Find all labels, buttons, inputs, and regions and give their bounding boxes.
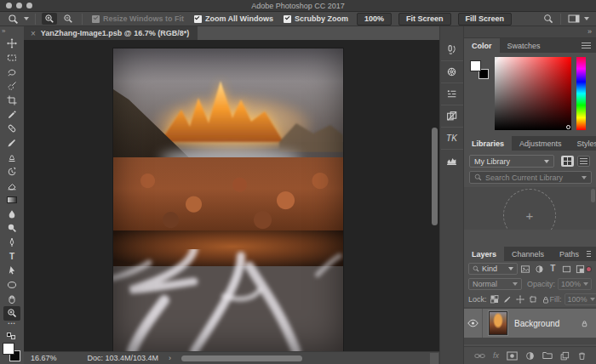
foreground-color-swatch[interactable]: [470, 60, 481, 71]
library-scrollbar-thumb[interactable]: [591, 189, 595, 202]
library-drop-target[interactable]: +: [503, 189, 556, 230]
new-group-button[interactable]: [542, 351, 553, 360]
horizontal-scrollbar[interactable]: [175, 352, 430, 364]
chevron-down-icon[interactable]: [24, 17, 29, 23]
lock-all-icon[interactable]: [542, 295, 550, 304]
status-options-chevron-icon[interactable]: ›: [165, 354, 175, 362]
tk-actions-panel-icon[interactable]: TK: [441, 127, 463, 149]
close-icon[interactable]: ×: [31, 29, 36, 38]
layer-name[interactable]: Background: [514, 319, 559, 328]
history-brush-tool[interactable]: [3, 164, 20, 179]
new-layer-button[interactable]: [560, 351, 570, 361]
vertical-scrollbar[interactable]: [432, 43, 438, 348]
quick-selection-tool[interactable]: [3, 79, 20, 94]
color-picker-marker[interactable]: [566, 125, 570, 129]
adjustments-panel-icon[interactable]: [441, 60, 463, 82]
saturation-brightness-field[interactable]: [495, 57, 571, 130]
grid-view-button[interactable]: [561, 156, 574, 167]
library-content-area[interactable]: +: [464, 187, 596, 230]
chevron-down-icon[interactable]: [582, 176, 587, 182]
pasteboard[interactable]: [24, 40, 439, 351]
clone-source-panel-icon[interactable]: [441, 105, 463, 127]
panel-menu-icon[interactable]: [582, 43, 591, 48]
collapse-toolbar-icon[interactable]: »: [0, 26, 5, 37]
lock-pixels-icon[interactable]: [503, 295, 512, 304]
layer-visibility-toggle[interactable]: [464, 309, 483, 338]
zoom-out-button[interactable]: [60, 13, 76, 25]
edit-toolbar-icon[interactable]: •••: [8, 321, 15, 331]
blend-mode-select[interactable]: Normal: [468, 278, 522, 290]
fit-screen-button[interactable]: Fit Screen: [398, 13, 451, 26]
filter-type-layers-icon[interactable]: T: [547, 263, 559, 275]
blur-tool[interactable]: [3, 207, 20, 221]
layer-row-background[interactable]: Background: [464, 309, 596, 338]
panel-menu-icon[interactable]: [587, 251, 591, 257]
eraser-tool[interactable]: [3, 179, 20, 193]
pen-tool[interactable]: [3, 236, 20, 250]
tab-adjustments[interactable]: Adjustments: [512, 136, 570, 151]
histogram-panel-icon[interactable]: [441, 149, 463, 171]
lock-artboard-icon[interactable]: [529, 295, 537, 304]
zoom-in-button[interactable]: [42, 13, 57, 25]
lasso-tool[interactable]: [3, 65, 20, 79]
filtering-toggle[interactable]: [586, 266, 592, 272]
add-layer-mask-button[interactable]: [507, 351, 518, 361]
workspace-switcher-icon[interactable]: [568, 14, 580, 24]
tab-swatches[interactable]: Swatches: [500, 38, 548, 53]
collapse-panels-icon[interactable]: »: [587, 27, 592, 36]
list-view-button[interactable]: [577, 156, 590, 167]
filter-smart-objects-icon[interactable]: [574, 263, 586, 275]
document-image[interactable]: [113, 48, 343, 351]
delete-layer-button[interactable]: [577, 351, 587, 361]
search-icon[interactable]: [543, 14, 553, 24]
history-panel-icon[interactable]: [441, 38, 463, 60]
path-selection-tool[interactable]: [3, 264, 20, 278]
filter-kind-select[interactable]: Kind: [468, 263, 518, 275]
scrubby-zoom-checkbox[interactable]: Scrubby Zoom: [284, 14, 348, 23]
layer-style-button[interactable]: fx: [493, 351, 499, 360]
color-panel-swatches[interactable]: [469, 60, 491, 82]
add-adjustment-layer-button[interactable]: [525, 351, 535, 361]
horizontal-scrollbar-thumb[interactable]: [181, 355, 302, 361]
info-panel-icon[interactable]: [441, 82, 463, 105]
ellipse-shape-tool[interactable]: [3, 278, 20, 293]
lock-transparency-icon[interactable]: [490, 295, 499, 304]
foreground-color-swatch[interactable]: [3, 343, 14, 355]
tab-libraries[interactable]: Libraries: [464, 136, 512, 151]
foreground-background-swatches[interactable]: [2, 342, 22, 364]
crop-tool[interactable]: [3, 94, 20, 108]
fill-input[interactable]: 100%: [564, 293, 596, 305]
zoom-tool-icon[interactable]: [5, 13, 20, 25]
tab-paths[interactable]: Paths: [552, 247, 587, 261]
swap-colors-icon[interactable]: [7, 333, 17, 341]
hand-tool[interactable]: [3, 292, 20, 306]
zoom-100-button[interactable]: 100%: [357, 13, 392, 26]
layer-thumbnail[interactable]: [489, 311, 507, 335]
status-zoom-level[interactable]: 16.67%: [24, 354, 66, 362]
move-tool[interactable]: [3, 37, 20, 51]
tab-color[interactable]: Color: [464, 38, 500, 53]
hue-slider[interactable]: [576, 57, 586, 130]
vertical-scrollbar-thumb[interactable]: [432, 128, 438, 225]
eyedropper-tool[interactable]: [3, 107, 20, 122]
clone-stamp-tool[interactable]: [3, 151, 20, 165]
zoom-tool[interactable]: [3, 306, 20, 321]
lock-position-icon[interactable]: [516, 295, 524, 304]
brush-tool[interactable]: [3, 136, 20, 151]
resize-windows-to-fit-checkbox[interactable]: Resize Windows to Fit: [92, 14, 184, 23]
library-select[interactable]: My Library: [469, 155, 554, 168]
document-tab[interactable]: × YanZhang-Image1.psb @ 16.7% (RGB/8*): [24, 26, 198, 40]
chevron-down-icon[interactable]: [584, 17, 589, 23]
rectangular-marquee-tool[interactable]: [3, 51, 20, 65]
type-tool[interactable]: T: [3, 249, 20, 264]
library-search-input[interactable]: Search Current Library: [469, 171, 592, 184]
link-layers-button[interactable]: [474, 351, 485, 361]
spot-healing-brush-tool[interactable]: [3, 122, 20, 136]
filter-shape-layers-icon[interactable]: [560, 263, 572, 275]
filter-adjustment-layers-icon[interactable]: [533, 263, 545, 275]
zoom-all-windows-checkbox[interactable]: Zoom All Windows: [194, 14, 273, 23]
dodge-tool[interactable]: [3, 221, 20, 236]
fill-screen-button[interactable]: Fill Screen: [458, 13, 513, 26]
tab-channels[interactable]: Channels: [504, 247, 552, 261]
tab-layers[interactable]: Layers: [464, 247, 504, 261]
